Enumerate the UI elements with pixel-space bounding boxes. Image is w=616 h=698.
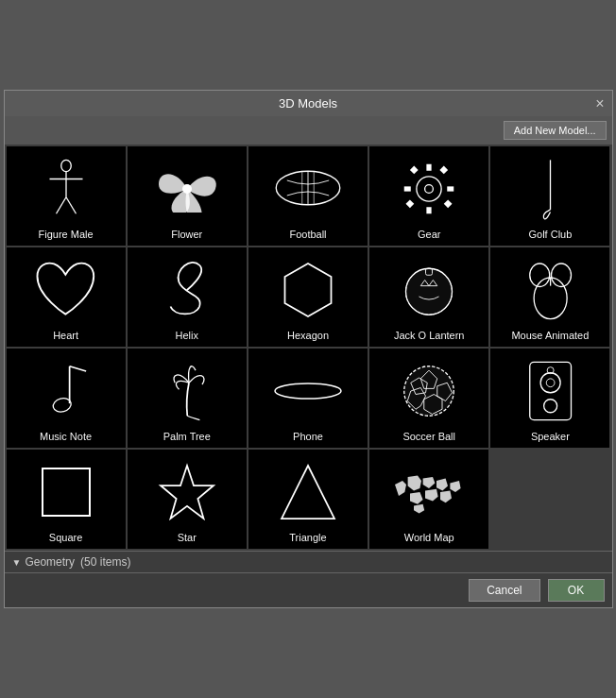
soccer-ball-icon [373,356,485,425]
hexagon-icon [252,255,364,324]
music-note-icon [10,356,122,425]
model-grid: Figure Male Flower [7,146,610,549]
model-cell-golf-club[interactable]: Golf Club [490,146,609,246]
helix-icon [131,255,243,324]
toolbar: Add New Model... [5,116,612,145]
speaker-label: Speaker [494,429,606,444]
svg-point-5 [182,184,192,194]
gear-icon [373,154,485,223]
palm-tree-icon [131,356,243,425]
titlebar: 3D Models × [5,91,612,116]
model-cell-phone[interactable]: Phone [248,349,368,448]
star-icon [131,457,243,526]
svg-point-34 [540,372,560,392]
model-cell-football[interactable]: Football [248,146,368,246]
ok-button[interactable]: OK [548,579,605,602]
palm-tree-label: Palm Tree [131,429,243,444]
svg-point-26 [275,383,341,399]
model-cell-star[interactable]: Star [128,450,247,549]
svg-marker-39 [161,466,214,519]
svg-point-35 [546,378,555,386]
dialog-title: 3D Models [279,96,337,111]
svg-marker-13 [284,264,331,316]
square-icon [10,457,122,526]
football-label: Football [252,227,364,242]
model-cell-palm-tree[interactable]: Palm Tree [128,349,247,448]
model-cell-hexagon[interactable]: Hexagon [248,247,368,347]
model-cell-triangle[interactable]: Triangle [248,450,368,549]
gear-label: Gear [373,227,485,242]
football-icon [252,154,364,223]
svg-line-4 [66,196,77,213]
world-map-icon [373,457,485,526]
svg-point-11 [425,184,434,193]
helix-label: Helix [131,328,243,343]
cancel-button[interactable]: Cancel [469,579,539,602]
model-cell-world-map[interactable]: World Map [369,450,488,549]
model-cell-music-note[interactable]: Music Note [7,349,126,448]
world-map-label: World Map [373,530,485,545]
figure-male-icon [10,154,122,223]
star-label: Star [131,530,243,545]
svg-line-3 [56,196,66,213]
model-cell-soccer-ball[interactable]: Soccer Ball [369,349,488,448]
phone-label: Phone [252,429,364,444]
model-cell-square[interactable]: Square [7,450,126,549]
geometry-count: (50 items) [80,555,130,569]
heart-label: Heart [10,328,122,343]
soccer-ball-label: Soccer Ball [373,429,485,444]
svg-marker-40 [282,466,334,519]
geometry-arrow-icon: ▼ [12,557,22,568]
music-note-label: Music Note [10,429,122,444]
golf-club-icon [494,154,606,223]
speaker-icon [494,356,606,425]
svg-point-10 [417,176,441,200]
model-cell-figure-male[interactable]: Figure Male [7,146,126,246]
model-cell-mouse-animated[interactable]: Mouse Animated [490,247,609,347]
figure-male-label: Figure Male [10,227,122,242]
jack-o-lantern-label: Jack O Lantern [373,328,485,343]
model-cell-gear[interactable]: Gear [369,146,488,246]
model-cell-jack-o-lantern[interactable]: Jack O Lantern [369,247,488,347]
model-grid-container[interactable]: Figure Male Flower [5,145,612,551]
model-cell-helix[interactable]: Helix [128,247,247,347]
footer: Cancel OK [5,572,612,607]
svg-rect-38 [43,468,90,516]
heart-icon [10,255,122,324]
phone-icon [252,356,364,425]
model-cell-speaker[interactable]: Speaker [490,349,609,448]
geometry-bar: ▼ Geometry (50 items) [5,551,612,572]
square-label: Square [10,530,122,545]
hexagon-label: Hexagon [252,328,364,343]
close-button[interactable]: × [595,96,604,111]
model-cell-heart[interactable]: Heart [7,247,126,347]
jack-o-lantern-icon [373,255,485,324]
mouse-animated-icon [494,255,606,324]
svg-point-36 [543,399,556,412]
mouse-animated-label: Mouse Animated [494,328,606,343]
geometry-label: Geometry [25,555,75,569]
model-cell-flower[interactable]: Flower [128,146,247,246]
flower-label: Flower [131,227,243,242]
add-new-model-button[interactable]: Add New Model... [504,121,607,140]
svg-point-0 [60,160,71,171]
triangle-icon [252,457,364,526]
triangle-label: Triangle [252,530,364,545]
svg-line-24 [70,366,87,370]
golf-club-label: Golf Club [494,227,606,242]
svg-rect-33 [530,362,572,419]
3d-models-dialog: 3D Models × Add New Model... Figure Mal [4,90,613,608]
flower-icon [131,154,243,223]
